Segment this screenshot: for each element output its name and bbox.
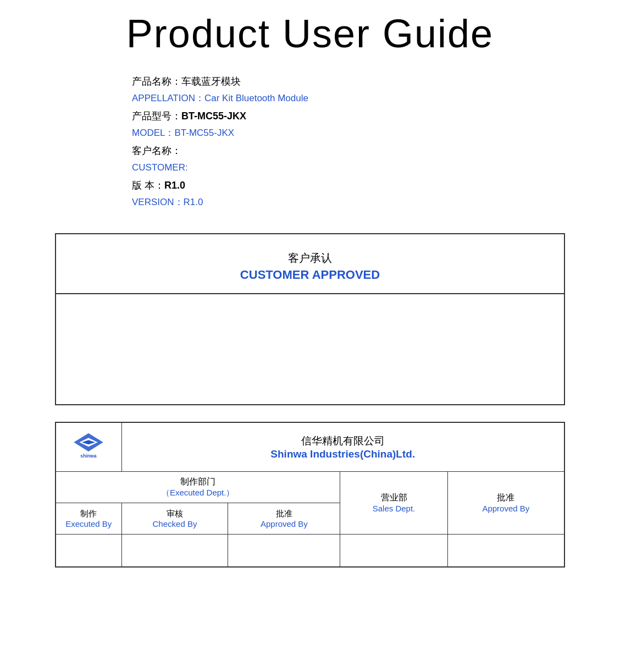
customer-en-row: CUSTOMER: — [132, 159, 598, 177]
product-name-zh-row: 产品名称：车载蓝牙模块 — [132, 73, 598, 90]
model-en-value: BT-MC55-JKX — [174, 128, 234, 138]
product-name-zh-label: 产品名称： — [132, 76, 181, 87]
ca-header: 客户承认 CUSTOMER APPROVED — [56, 234, 564, 294]
svg-text:shinwa: shinwa — [81, 453, 97, 459]
version-en-value: R1.0 — [184, 197, 203, 207]
executed-signature-cell — [56, 534, 121, 567]
appellation-value: Car Kit Bluetooth Module — [204, 93, 308, 103]
ca-title-en: CUSTOMER APPROVED — [67, 268, 553, 282]
page-container: Product User Guide 产品名称：车载蓝牙模块 APPELLATI… — [0, 0, 620, 672]
approved-dept-cell: 批准 Approved By — [447, 471, 564, 534]
customer-approved-box: 客户承认 CUSTOMER APPROVED — [55, 233, 565, 405]
version-en-row: VERSION：R1.0 — [132, 194, 598, 211]
version-en-label: VERSION： — [132, 197, 184, 207]
shinwa-logo-icon: shinwa — [67, 429, 110, 462]
model-en-label: MODEL： — [132, 128, 174, 138]
sales-dept-cell: 营业部 Sales Dept. — [340, 471, 447, 534]
customer-zh-label: 客户名称： — [132, 145, 181, 156]
signature-row — [56, 534, 564, 567]
customer-zh-row: 客户名称： — [132, 142, 598, 159]
sales-dept-en: Sales Dept. — [346, 504, 441, 513]
executed-by-en: Executed By — [60, 519, 117, 528]
checked-by-cell: 审核 Checked By — [121, 503, 228, 534]
model-zh-row: 产品型号：BT-MC55-JKX — [132, 107, 598, 125]
model-en-row: MODEL：BT-MC55-JKX — [132, 125, 598, 142]
version-zh-row: 版 本：R1.0 — [132, 177, 598, 194]
appellation-label: APPELLATION： — [132, 93, 204, 103]
main-title: Product User Guide — [22, 11, 598, 56]
executed-dept-cell: 制作部门 （Executed Dept.） — [56, 471, 340, 503]
dept-headers-row: 制作部门 （Executed Dept.） 营业部 Sales Dept. 批准… — [56, 471, 564, 503]
approved-dept-en: Approved By — [453, 504, 558, 513]
company-name-en: Shinwa Industries(China)Ltd. — [128, 448, 559, 460]
customer-en-label: CUSTOMER: — [132, 162, 188, 173]
version-zh-label: 版 本： — [132, 180, 164, 191]
approved-by-cell: 批准 Approved By — [228, 503, 340, 534]
sales-dept-zh: 营业部 — [346, 492, 441, 504]
appellation-row: APPELLATION：Car Kit Bluetooth Module — [132, 90, 598, 107]
company-table: shinwa 信华精机有限公司 Shinwa Industries(China)… — [55, 422, 565, 568]
model-zh-label: 产品型号： — [132, 111, 181, 122]
executed-dept-en: （Executed Dept.） — [62, 488, 334, 498]
ca-title-zh: 客户承认 — [67, 251, 553, 266]
sales-signature-cell — [340, 534, 447, 567]
company-table-wrapper: shinwa 信华精机有限公司 Shinwa Industries(China)… — [55, 422, 565, 568]
approved-signature-cell — [228, 534, 340, 567]
model-zh-value: BT-MC55-JKX — [181, 111, 246, 122]
checked-by-zh: 审核 — [126, 509, 224, 519]
approved-dept-zh: 批准 — [453, 492, 558, 504]
company-name-cell: 信华精机有限公司 Shinwa Industries(China)Ltd. — [121, 422, 564, 472]
ca-content-area — [56, 294, 564, 404]
approved-by-en: Approved By — [232, 519, 335, 528]
checked-signature-cell — [121, 534, 228, 567]
product-name-zh-value: 车载蓝牙模块 — [181, 76, 241, 87]
approved-by-zh: 批准 — [232, 509, 335, 519]
version-zh-value: R1.0 — [164, 180, 185, 191]
logo-cell: shinwa — [56, 422, 121, 472]
executed-dept-zh: 制作部门 — [62, 476, 334, 488]
company-header-row: shinwa 信华精机有限公司 Shinwa Industries(China)… — [56, 422, 564, 472]
executed-by-cell: 制作 Executed By — [56, 503, 121, 534]
company-name-zh: 信华精机有限公司 — [128, 434, 559, 448]
product-info-section: 产品名称：车载蓝牙模块 APPELLATION：Car Kit Bluetoot… — [132, 73, 598, 211]
executed-by-zh: 制作 — [60, 509, 117, 519]
checked-by-en: Checked By — [126, 519, 224, 528]
final-approved-signature-cell — [447, 534, 564, 567]
